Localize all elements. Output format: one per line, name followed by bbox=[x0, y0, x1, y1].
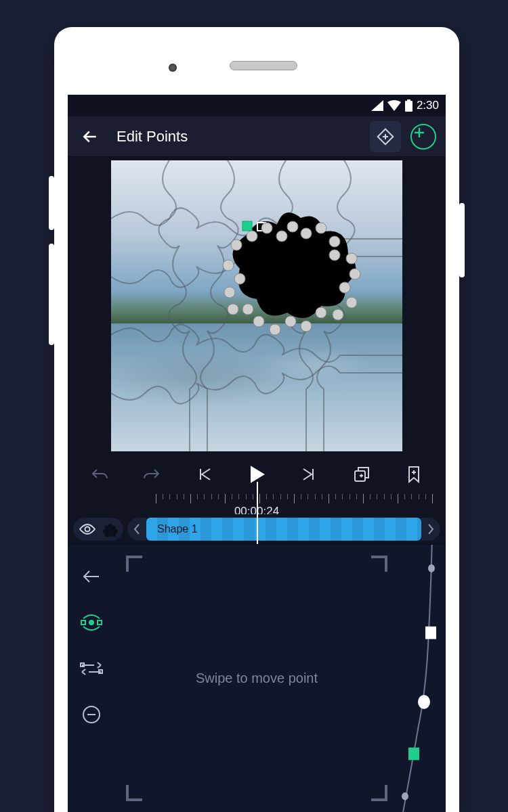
clip-label: Shape 1 bbox=[157, 523, 198, 535]
skip-start-icon bbox=[195, 466, 214, 482]
duplicate-button[interactable] bbox=[345, 457, 379, 491]
wifi-icon bbox=[387, 100, 401, 111]
play-icon bbox=[249, 466, 265, 483]
point-handle[interactable] bbox=[350, 269, 360, 279]
preview-canvas-area bbox=[68, 157, 446, 455]
point-handle[interactable] bbox=[223, 260, 234, 271]
frame-corner bbox=[126, 778, 149, 801]
app-toolbar: Edit Points bbox=[68, 116, 446, 157]
chevron-right-icon bbox=[427, 523, 435, 535]
svg-rect-7 bbox=[98, 621, 102, 625]
svg-point-6 bbox=[89, 621, 93, 625]
point-editor-panel: Swipe to move point bbox=[68, 544, 446, 812]
frame-corner bbox=[364, 778, 387, 801]
point-handle[interactable] bbox=[301, 228, 312, 239]
preview-canvas[interactable] bbox=[111, 160, 402, 451]
add-button[interactable] bbox=[408, 121, 439, 152]
curve-keyframe[interactable] bbox=[425, 627, 436, 639]
swipe-move-area[interactable]: Swipe to move point bbox=[115, 545, 398, 812]
svg-rect-1 bbox=[407, 99, 410, 101]
point-handle[interactable] bbox=[270, 324, 280, 335]
point-handle[interactable] bbox=[247, 231, 257, 242]
back-arrow-icon bbox=[80, 127, 100, 147]
frame-corner bbox=[364, 556, 387, 579]
timeline-track-row: Shape 1 bbox=[68, 514, 446, 544]
chevron-left-icon bbox=[133, 523, 141, 535]
curve-node[interactable] bbox=[428, 564, 435, 572]
point-handle[interactable] bbox=[231, 240, 242, 250]
device-hardware-button bbox=[49, 176, 54, 230]
point-handle[interactable] bbox=[242, 304, 253, 315]
playhead[interactable] bbox=[257, 482, 258, 544]
layer-controls bbox=[73, 518, 123, 541]
minus-circle-icon bbox=[81, 704, 102, 725]
redo-button[interactable] bbox=[135, 457, 169, 491]
visibility-icon[interactable] bbox=[79, 523, 96, 535]
skip-end-button[interactable] bbox=[292, 457, 326, 491]
editable-shape[interactable] bbox=[219, 208, 375, 350]
track-clip-area: Shape 1 bbox=[127, 518, 440, 541]
ease-handles-icon bbox=[79, 661, 104, 676]
next-clip-button[interactable] bbox=[421, 518, 440, 541]
battery-icon bbox=[405, 99, 412, 112]
device-hardware-button bbox=[49, 244, 54, 345]
device-camera bbox=[169, 64, 177, 72]
status-time: 2:30 bbox=[417, 99, 439, 112]
timeline-clip[interactable]: Shape 1 bbox=[146, 518, 421, 541]
duplicate-icon bbox=[353, 466, 371, 483]
point-handle[interactable] bbox=[261, 223, 272, 233]
device-speaker bbox=[230, 61, 297, 70]
plus-circle-icon bbox=[410, 124, 436, 150]
skip-start-button[interactable] bbox=[188, 457, 221, 491]
remove-point-button[interactable] bbox=[75, 698, 108, 731]
svg-rect-5 bbox=[81, 621, 85, 625]
app-screen: 2:30 Edit Points bbox=[68, 95, 446, 812]
point-handle[interactable] bbox=[234, 273, 245, 284]
ruler-ticks bbox=[156, 494, 432, 503]
point-handle[interactable] bbox=[329, 236, 340, 247]
point-handle[interactable] bbox=[339, 282, 350, 293]
point-handle[interactable] bbox=[333, 309, 343, 320]
undo-button[interactable] bbox=[83, 457, 117, 491]
svg-point-4 bbox=[85, 527, 90, 532]
ease-tool-button[interactable] bbox=[75, 652, 108, 685]
curve-tool-button[interactable] bbox=[75, 606, 108, 639]
point-handle[interactable] bbox=[276, 231, 287, 242]
easing-curve-column[interactable] bbox=[398, 545, 446, 812]
curve-node[interactable] bbox=[402, 792, 408, 800]
puzzle-piece-icon[interactable] bbox=[103, 522, 118, 537]
frame-corner bbox=[126, 556, 149, 579]
point-handle[interactable] bbox=[224, 287, 235, 298]
svg-rect-0 bbox=[405, 101, 412, 112]
prev-clip-button[interactable] bbox=[127, 518, 146, 541]
point-handle[interactable] bbox=[316, 307, 326, 318]
point-handle[interactable] bbox=[329, 250, 340, 261]
cellular-icon bbox=[371, 100, 383, 111]
panel-back-button[interactable] bbox=[75, 560, 108, 593]
diamond-plus-icon bbox=[374, 125, 397, 148]
undo-icon bbox=[90, 467, 109, 482]
point-handle[interactable] bbox=[346, 253, 357, 264]
device-hardware-button bbox=[459, 203, 465, 277]
point-handle[interactable] bbox=[301, 321, 312, 332]
back-button[interactable] bbox=[75, 121, 106, 152]
point-handle[interactable] bbox=[346, 297, 357, 308]
point-handle[interactable] bbox=[228, 304, 238, 315]
curve-keyframe-selected[interactable] bbox=[408, 748, 419, 761]
redo-icon bbox=[142, 467, 161, 482]
back-arrow-icon bbox=[81, 568, 102, 585]
panel-tool-rail bbox=[68, 545, 115, 812]
skip-end-icon bbox=[299, 466, 318, 482]
point-handle[interactable] bbox=[253, 316, 264, 327]
bookmark-button[interactable] bbox=[397, 457, 431, 491]
curve-keyframe[interactable] bbox=[418, 695, 430, 709]
curve-tool-icon bbox=[79, 613, 104, 632]
selected-point-handle[interactable] bbox=[242, 221, 252, 231]
device-frame: 2:30 Edit Points bbox=[54, 27, 459, 812]
bookmark-add-icon bbox=[406, 465, 421, 484]
point-handle[interactable] bbox=[316, 223, 326, 233]
point-handle[interactable] bbox=[287, 221, 298, 232]
page-title: Edit Points bbox=[117, 128, 188, 145]
point-handle[interactable] bbox=[285, 316, 296, 327]
add-keyframe-button[interactable] bbox=[370, 121, 401, 152]
